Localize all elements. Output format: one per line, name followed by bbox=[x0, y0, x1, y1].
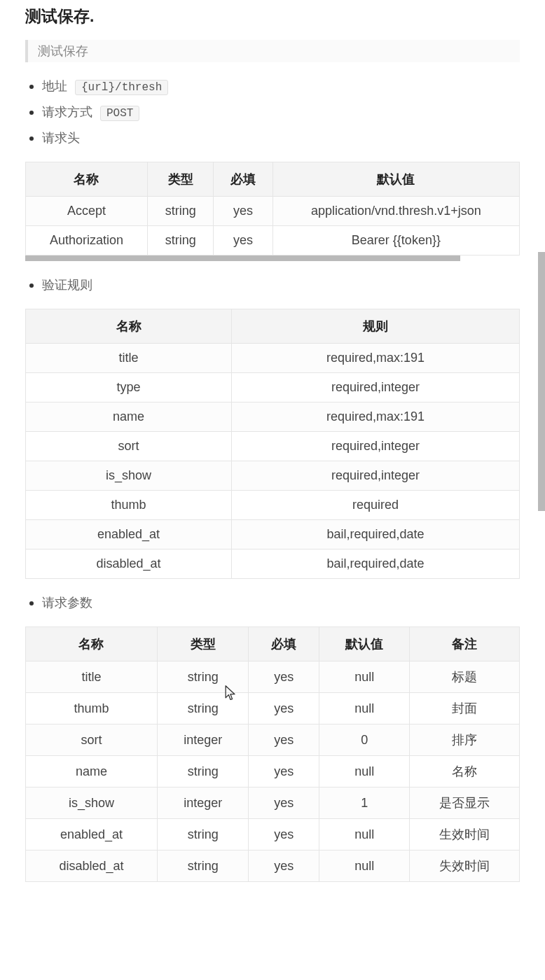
table-cell: 失效时间 bbox=[410, 850, 520, 882]
endpoint-headers-label: 请求头 bbox=[42, 125, 520, 150]
code-method: POST bbox=[100, 106, 139, 121]
table-cell: required,max:191 bbox=[232, 344, 520, 373]
code-address: {url}/thresh bbox=[75, 80, 168, 95]
table-cell: 0 bbox=[319, 724, 410, 756]
table-row: AuthorizationstringyesBearer {{token}} bbox=[26, 226, 520, 255]
table-header-cell: 名称 bbox=[26, 627, 158, 662]
table-cell: required bbox=[232, 491, 520, 520]
table-cell: required,integer bbox=[232, 461, 520, 491]
table-cell: 封面 bbox=[410, 693, 520, 724]
label-address: 地址 bbox=[42, 79, 67, 93]
table-cell: null bbox=[319, 850, 410, 882]
table-row: typerequired,integer bbox=[26, 373, 520, 402]
label-headers: 请求头 bbox=[42, 131, 80, 145]
table-cell: disabled_at bbox=[26, 850, 158, 882]
table-cell: string bbox=[157, 662, 248, 693]
table-header-cell: 类型 bbox=[157, 627, 248, 662]
table-header-cell: 必填 bbox=[249, 627, 319, 662]
table-cell: yes bbox=[214, 226, 272, 255]
table-cell: sort bbox=[26, 724, 158, 756]
rules-table-wrap: 名称规则 titlerequired,max:191typerequired,i… bbox=[25, 309, 520, 579]
table-header-cell: 备注 bbox=[410, 627, 520, 662]
headers-table-wrap[interactable]: 名称类型必填默认值 Acceptstringyesapplication/vnd… bbox=[25, 162, 520, 261]
params-table-wrap: 名称类型必填默认值备注 titlestringyesnull标题thumbstr… bbox=[25, 626, 520, 882]
table-cell: null bbox=[319, 693, 410, 724]
table-row: thumbstringyesnull封面 bbox=[26, 693, 520, 724]
endpoint-info-list: 地址 {url}/thresh 请求方式 POST 请求头 bbox=[25, 74, 520, 150]
table-row: namerequired,max:191 bbox=[26, 402, 520, 432]
table-cell: application/vnd.thresh.v1+json bbox=[272, 197, 519, 226]
table-row: disabled_atstringyesnull失效时间 bbox=[26, 850, 520, 882]
table-cell: string bbox=[157, 693, 248, 724]
table-cell: yes bbox=[249, 756, 319, 788]
table-cell: yes bbox=[249, 850, 319, 882]
table-row: sortintegeryes0排序 bbox=[26, 724, 520, 756]
table-cell: null bbox=[319, 756, 410, 788]
table-cell: bail,required,date bbox=[232, 550, 520, 579]
rules-table: 名称规则 titlerequired,max:191typerequired,i… bbox=[25, 309, 520, 579]
table-row: enabled_atstringyesnull生效时间 bbox=[26, 819, 520, 850]
table-cell: string bbox=[157, 756, 248, 788]
table-header-cell: 必填 bbox=[214, 162, 272, 197]
table-header-cell: 名称 bbox=[26, 309, 232, 344]
table-cell: bail,required,date bbox=[232, 520, 520, 550]
headers-table: 名称类型必填默认值 Acceptstringyesapplication/vnd… bbox=[25, 162, 520, 255]
table-cell: yes bbox=[249, 788, 319, 819]
table-cell: 1 bbox=[319, 788, 410, 819]
table-header-cell: 名称 bbox=[26, 162, 148, 197]
table-row: namestringyesnull名称 bbox=[26, 756, 520, 788]
table-row: titlerequired,max:191 bbox=[26, 344, 520, 373]
table-row: disabled_atbail,required,date bbox=[26, 550, 520, 579]
table-row: enabled_atbail,required,date bbox=[26, 520, 520, 550]
table-cell: required,max:191 bbox=[232, 402, 520, 432]
table-cell: 标题 bbox=[410, 662, 520, 693]
table-cell: 名称 bbox=[410, 756, 520, 788]
table-row: is_showrequired,integer bbox=[26, 461, 520, 491]
description-text: 测试保存 bbox=[38, 44, 88, 58]
table-cell: required,integer bbox=[232, 432, 520, 461]
table-cell: Authorization bbox=[26, 226, 148, 255]
table-cell: disabled_at bbox=[26, 550, 232, 579]
table-cell: name bbox=[26, 756, 158, 788]
table-cell: name bbox=[26, 402, 232, 432]
endpoint-rules-label: 验证规则 bbox=[42, 272, 520, 298]
page-scrollbar[interactable] bbox=[538, 252, 545, 511]
page-title: 测试保存. bbox=[25, 6, 520, 27]
table-cell: string bbox=[147, 226, 214, 255]
table-cell: thumb bbox=[26, 491, 232, 520]
table-cell: yes bbox=[214, 197, 272, 226]
table-cell: Bearer {{token}} bbox=[272, 226, 519, 255]
table-cell: title bbox=[26, 344, 232, 373]
table-cell: yes bbox=[249, 662, 319, 693]
table-header-cell: 规则 bbox=[232, 309, 520, 344]
table-row: is_showintegeryes1是否显示 bbox=[26, 788, 520, 819]
table-row: sortrequired,integer bbox=[26, 432, 520, 461]
rules-label-list: 验证规则 bbox=[25, 272, 520, 298]
label-method: 请求方式 bbox=[42, 105, 92, 119]
params-table: 名称类型必填默认值备注 titlestringyesnull标题thumbstr… bbox=[25, 626, 520, 882]
table-cell: 是否显示 bbox=[410, 788, 520, 819]
table-cell: yes bbox=[249, 724, 319, 756]
table-cell: enabled_at bbox=[26, 520, 232, 550]
table-cell: sort bbox=[26, 432, 232, 461]
table-cell: enabled_at bbox=[26, 819, 158, 850]
table-cell: string bbox=[157, 819, 248, 850]
endpoint-address: 地址 {url}/thresh bbox=[42, 74, 520, 99]
table-row: Acceptstringyesapplication/vnd.thresh.v1… bbox=[26, 197, 520, 226]
table-cell: null bbox=[319, 662, 410, 693]
table-cell: null bbox=[319, 819, 410, 850]
table-cell: integer bbox=[157, 724, 248, 756]
table-cell: string bbox=[157, 850, 248, 882]
table-cell: is_show bbox=[26, 461, 232, 491]
endpoint-method: 请求方式 POST bbox=[42, 99, 520, 125]
table-cell: required,integer bbox=[232, 373, 520, 402]
table-cell: is_show bbox=[26, 788, 158, 819]
table-row: titlestringyesnull标题 bbox=[26, 662, 520, 693]
label-params: 请求参数 bbox=[42, 596, 92, 610]
table-header-cell: 类型 bbox=[147, 162, 214, 197]
table-cell: integer bbox=[157, 788, 248, 819]
table-cell: type bbox=[26, 373, 232, 402]
table-cell: yes bbox=[249, 819, 319, 850]
table-cell: string bbox=[147, 197, 214, 226]
endpoint-params-label: 请求参数 bbox=[42, 590, 520, 615]
